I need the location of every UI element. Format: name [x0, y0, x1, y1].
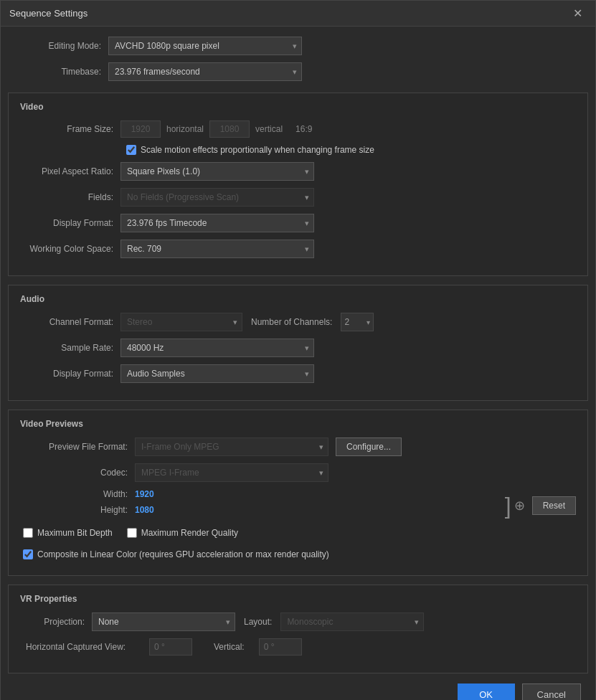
- layout-wrapper: Monoscopic: [280, 612, 424, 631]
- codec-row: Codec: MPEG I-Frame: [20, 463, 576, 482]
- vertical-label: Vertical:: [214, 642, 245, 652]
- fields-select: No Fields (Progressive Scan): [120, 188, 314, 207]
- vertical-input: [259, 638, 302, 656]
- projection-wrapper: None: [92, 612, 235, 631]
- sample-rate-row: Sample Rate: 48000 Hz: [20, 339, 576, 357]
- working-color-space-row: Working Color Space: Rec. 709: [20, 240, 576, 258]
- fields-row: Fields: No Fields (Progressive Scan): [20, 188, 576, 207]
- audio-section-label: Audio: [20, 294, 576, 304]
- width-row: Width: 1920: [20, 489, 498, 499]
- preview-checkboxes: Maximum Bit Depth Maximum Render Quality: [23, 528, 576, 544]
- width-value: 1920: [135, 489, 154, 499]
- video-display-format-row: Display Format: 23.976 fps Timecode: [20, 214, 576, 232]
- composite-linear-row: Composite in Linear Color (requires GPU …: [23, 549, 576, 559]
- editing-mode-select[interactable]: AVCHD 1080p square pixel: [108, 37, 302, 55]
- composite-linear-checkbox[interactable]: [23, 549, 33, 559]
- channel-format-wrapper: Stereo: [120, 313, 242, 331]
- layout-select: Monoscopic: [280, 612, 424, 631]
- projection-row: Projection: None Layout: Monoscopic: [20, 612, 576, 631]
- audio-display-format-label: Display Format:: [20, 369, 120, 379]
- channel-format-select: Stereo: [120, 313, 242, 331]
- video-section: Video Frame Size: horizontal vertical 16…: [8, 93, 588, 276]
- timebase-label: Timebase:: [15, 67, 108, 77]
- preview-file-format-wrapper: I-Frame Only MPEG: [135, 438, 328, 456]
- channel-format-row: Channel Format: Stereo Number of Channel…: [20, 313, 576, 331]
- horizontal-label: horizontal: [166, 124, 204, 134]
- channel-format-label: Channel Format:: [20, 317, 120, 327]
- fields-wrapper: No Fields (Progressive Scan): [120, 188, 314, 207]
- max-bit-depth-row: Maximum Bit Depth: [23, 528, 113, 538]
- preview-file-format-select: I-Frame Only MPEG: [135, 438, 328, 456]
- timebase-row: Timebase: 23.976 frames/second: [15, 62, 581, 81]
- scale-motion-row: Scale motion effects proportionally when…: [126, 145, 576, 155]
- horizontal-captured-input: [149, 638, 192, 656]
- timebase-select[interactable]: 23.976 frames/second: [108, 62, 302, 81]
- title-bar: Sequence Settings ✕: [1, 1, 595, 27]
- captured-view-row: Horizontal Captured View: Vertical:: [20, 638, 576, 656]
- max-bit-depth-label: Maximum Bit Depth: [37, 528, 113, 538]
- layout-label: Layout:: [244, 617, 272, 627]
- video-display-format-select[interactable]: 23.976 fps Timecode: [120, 214, 314, 232]
- cancel-button[interactable]: Cancel: [522, 684, 581, 700]
- sequence-settings-dialog: Sequence Settings ✕ Editing Mode: AVCHD …: [0, 0, 596, 700]
- codec-select: MPEG I-Frame: [135, 463, 328, 482]
- scale-motion-label: Scale motion effects proportionally when…: [141, 145, 374, 155]
- top-settings: Editing Mode: AVCHD 1080p square pixel T…: [1, 27, 595, 93]
- editing-mode-label: Editing Mode:: [15, 41, 108, 51]
- audio-display-format-select[interactable]: Audio Samples: [120, 364, 314, 383]
- scale-motion-checkbox[interactable]: [126, 145, 136, 155]
- height-value: 1080: [135, 505, 154, 515]
- close-button[interactable]: ✕: [569, 6, 587, 21]
- video-previews-label: Video Previews: [20, 419, 576, 429]
- sample-rate-label: Sample Rate:: [20, 343, 120, 353]
- audio-display-format-row: Display Format: Audio Samples: [20, 364, 576, 383]
- frame-size-label: Frame Size:: [20, 124, 120, 134]
- vr-properties-label: VR Properties: [20, 594, 576, 604]
- audio-section: Audio Channel Format: Stereo Number of C…: [8, 285, 588, 401]
- num-channels-wrapper: 2: [341, 313, 374, 331]
- height-label: Height:: [20, 505, 135, 515]
- frame-size-row: Frame Size: horizontal vertical 16:9: [20, 120, 576, 138]
- timebase-select-wrapper: 23.976 frames/second: [108, 62, 302, 81]
- codec-label: Codec:: [20, 468, 135, 478]
- horizontal-captured-label: Horizontal Captured View:: [20, 642, 149, 652]
- footer: OK Cancel: [1, 673, 595, 700]
- projection-label: Projection:: [20, 617, 92, 627]
- num-channels-select: 2: [341, 313, 374, 331]
- vertical-label: vertical: [255, 124, 283, 134]
- codec-wrapper: MPEG I-Frame: [135, 463, 328, 482]
- aspect-ratio: 16:9: [295, 124, 312, 134]
- working-color-space-label: Working Color Space:: [20, 244, 120, 254]
- height-row: Height: 1080: [20, 505, 498, 515]
- projection-select[interactable]: None: [92, 612, 235, 631]
- max-bit-depth-checkbox[interactable]: [23, 528, 33, 538]
- frame-size-v-input: [209, 120, 250, 138]
- dimension-labels: Width: 1920 Height: 1080: [20, 489, 498, 522]
- audio-display-format-wrapper: Audio Samples: [120, 364, 314, 383]
- composite-linear-label: Composite in Linear Color (requires GPU …: [37, 549, 329, 559]
- video-previews-section: Video Previews Preview File Format: I-Fr…: [8, 410, 588, 576]
- fields-label: Fields:: [20, 192, 120, 202]
- working-color-space-wrapper: Rec. 709: [120, 240, 314, 258]
- max-render-quality-checkbox[interactable]: [127, 528, 137, 538]
- num-channels-label: Number of Channels:: [251, 317, 332, 327]
- bracket-icon: ]: [505, 494, 511, 517]
- max-render-quality-row: Maximum Render Quality: [127, 528, 238, 538]
- preview-file-format-row: Preview File Format: I-Frame Only MPEG C…: [20, 438, 576, 456]
- working-color-space-select[interactable]: Rec. 709: [120, 240, 314, 258]
- pixel-aspect-ratio-select[interactable]: Square Pixels (1.0): [120, 162, 314, 181]
- configure-button[interactable]: Configure...: [336, 438, 402, 456]
- editing-mode-row: Editing Mode: AVCHD 1080p square pixel: [15, 37, 581, 55]
- dimension-rows: Width: 1920 Height: 1080 ] ⊕ Reset: [20, 489, 576, 522]
- ok-button[interactable]: OK: [458, 684, 515, 700]
- sample-rate-wrapper: 48000 Hz: [120, 339, 314, 357]
- width-label: Width:: [20, 489, 135, 499]
- max-render-quality-label: Maximum Render Quality: [141, 528, 238, 538]
- preview-file-format-label: Preview File Format:: [20, 442, 135, 452]
- reset-button[interactable]: Reset: [532, 496, 576, 515]
- pixel-aspect-ratio-wrapper: Square Pixels (1.0): [120, 162, 314, 181]
- editing-mode-select-wrapper: AVCHD 1080p square pixel: [108, 37, 302, 55]
- bracket-reset-group: ] ⊕ Reset: [505, 489, 576, 522]
- sample-rate-select[interactable]: 48000 Hz: [120, 339, 314, 357]
- video-section-label: Video: [20, 102, 576, 112]
